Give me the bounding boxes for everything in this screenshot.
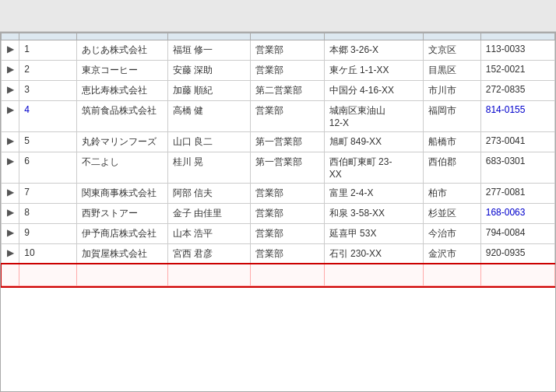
cell-address: 中国分 4-16-XX	[324, 81, 423, 101]
cell-company: 丸鈴マリンフーズ	[77, 132, 167, 152]
new-row-cell[interactable]	[423, 264, 480, 286]
table-header-row	[2, 33, 555, 40]
cell-zip: 273-0041	[480, 132, 554, 152]
cell-title: 営業部	[250, 244, 324, 264]
table-row[interactable]: ▶1あじあ株式会社福垣 修一営業部本郷 3-26-X文京区113-0033	[2, 40, 555, 61]
cell-contact: 阿部 信夫	[167, 184, 250, 204]
cell-id: 4	[19, 101, 77, 132]
cell-id: 2	[19, 61, 77, 81]
cell-zip: 168-0063	[480, 204, 554, 224]
cell-zip: 920-0935	[480, 244, 554, 264]
col-expand	[2, 33, 19, 40]
cell-title: 営業部	[250, 101, 324, 132]
cell-city: 今治市	[423, 224, 480, 244]
row-expand-cell[interactable]: ▶	[2, 244, 19, 264]
cell-city: 金沢市	[423, 244, 480, 264]
col-zip[interactable]	[480, 33, 554, 40]
cell-zip: 814-0155	[480, 101, 554, 132]
data-table: ▶1あじあ株式会社福垣 修一営業部本郷 3-26-X文京区113-0033▶2東…	[1, 33, 555, 286]
cell-address: 本郷 3-26-X	[324, 40, 423, 61]
cell-title: 営業部	[250, 61, 324, 81]
cell-address: 延喜甲 53X	[324, 224, 423, 244]
cell-title: 営業部	[250, 204, 324, 224]
cell-company: 不二よし	[77, 152, 167, 184]
cell-contact: 高橋 健	[167, 101, 250, 132]
row-expand-cell[interactable]: ▶	[2, 224, 19, 244]
table-row[interactable]: ▶10加賀屋株式会社宮西 君彦営業部石引 230-XX金沢市920-0935	[2, 244, 555, 264]
col-company[interactable]	[77, 33, 167, 40]
cell-contact: 金子 由佳里	[167, 204, 250, 224]
cell-address: 富里 2-4-X	[324, 184, 423, 204]
cell-contact: 山口 良二	[167, 132, 250, 152]
col-address[interactable]	[324, 33, 423, 40]
cell-zip: 277-0081	[480, 184, 554, 204]
cell-contact: 加藤 順紀	[167, 81, 250, 101]
row-expand-cell[interactable]: ▶	[2, 152, 19, 184]
row-expand-cell[interactable]: ▶	[2, 40, 19, 61]
cell-id: 3	[19, 81, 77, 101]
cell-city: 西伯郡	[423, 152, 480, 184]
col-city[interactable]	[423, 33, 480, 40]
new-row-cell[interactable]	[324, 264, 423, 286]
cell-contact: 福垣 修一	[167, 40, 250, 61]
cell-zip: 272-0835	[480, 81, 554, 101]
cell-title: 営業部	[250, 40, 324, 61]
table-row[interactable]: ▶9伊予商店株式会社山本 浩平営業部延喜甲 53X今治市794-0084	[2, 224, 555, 244]
table-row[interactable]: ▶2東京コーヒー安藤 深助営業部東ケ丘 1-1-XX目黒区152-0021	[2, 61, 555, 81]
table-row[interactable]: ▶5丸鈴マリンフーズ山口 良二第一営業部旭町 849-XX船橋市273-0041	[2, 132, 555, 152]
cell-company: 関東商事株式会社	[77, 184, 167, 204]
cell-city: 目黒区	[423, 61, 480, 81]
col-supplier-id[interactable]	[19, 33, 77, 40]
cell-id: 7	[19, 184, 77, 204]
cell-zip: 152-0021	[480, 61, 554, 81]
table-scroll[interactable]: ▶1あじあ株式会社福垣 修一営業部本郷 3-26-X文京区113-0033▶2東…	[1, 33, 555, 391]
cell-company: 恵比寿株式会社	[77, 81, 167, 101]
cell-city: 福岡市	[423, 101, 480, 132]
main-container: ▶1あじあ株式会社福垣 修一営業部本郷 3-26-X文京区113-0033▶2東…	[0, 0, 556, 392]
cell-title: 第一営業部	[250, 132, 324, 152]
cell-id: 5	[19, 132, 77, 152]
cell-contact: 宮西 君彦	[167, 244, 250, 264]
new-row-cell[interactable]	[480, 264, 554, 286]
row-expand-cell[interactable]: ▶	[2, 204, 19, 224]
cell-contact: 山本 浩平	[167, 224, 250, 244]
cell-address: 城南区東油山 12-X	[324, 101, 423, 132]
table-row[interactable]: ▶7関東商事株式会社阿部 信夫営業部富里 2-4-X柏市277-0081	[2, 184, 555, 204]
new-row-cell[interactable]	[2, 264, 19, 286]
cell-address: 旭町 849-XX	[324, 132, 423, 152]
cell-company: 筑前食品株式会社	[77, 101, 167, 132]
cell-id: 8	[19, 204, 77, 224]
row-expand-cell[interactable]: ▶	[2, 81, 19, 101]
cell-city: 市川市	[423, 81, 480, 101]
table-row[interactable]: ▶3恵比寿株式会社加藤 順紀第二営業部中国分 4-16-XX市川市272-083…	[2, 81, 555, 101]
cell-contact: 安藤 深助	[167, 61, 250, 81]
new-row-cell[interactable]	[250, 264, 324, 286]
row-expand-cell[interactable]: ▶	[2, 101, 19, 132]
cell-title: 第一営業部	[250, 152, 324, 184]
new-row-cell[interactable]	[77, 264, 167, 286]
cell-city: 柏市	[423, 184, 480, 204]
cell-id: 10	[19, 244, 77, 264]
row-expand-cell[interactable]: ▶	[2, 184, 19, 204]
table-row[interactable]: ▶4筑前食品株式会社高橋 健営業部城南区東油山 12-X福岡市814-0155	[2, 101, 555, 132]
cell-address: 和泉 3-58-XX	[324, 204, 423, 224]
cell-city: 船橋市	[423, 132, 480, 152]
cell-zip: 113-0033	[480, 40, 554, 61]
cell-zip: 794-0084	[480, 224, 554, 244]
cell-title: 第二営業部	[250, 81, 324, 101]
new-row-cell[interactable]	[167, 264, 250, 286]
col-title[interactable]	[250, 33, 324, 40]
cell-address: 石引 230-XX	[324, 244, 423, 264]
cell-address: 西伯町東町 23- XX	[324, 152, 423, 184]
cell-id: 9	[19, 224, 77, 244]
new-row-cell[interactable]	[19, 264, 77, 286]
table-row[interactable]: ▶8西野ストアー金子 由佳里営業部和泉 3-58-XX杉並区168-0063	[2, 204, 555, 224]
row-expand-cell[interactable]: ▶	[2, 61, 19, 81]
top-bar	[0, 0, 556, 32]
col-contact[interactable]	[167, 33, 250, 40]
table-wrapper: ▶1あじあ株式会社福垣 修一営業部本郷 3-26-X文京区113-0033▶2東…	[0, 32, 556, 392]
table-row[interactable]: ▶6不二よし桂川 晃第一営業部西伯町東町 23- XX西伯郡683-0301	[2, 152, 555, 184]
cell-city: 文京区	[423, 40, 480, 61]
new-row[interactable]	[2, 264, 555, 286]
row-expand-cell[interactable]: ▶	[2, 132, 19, 152]
